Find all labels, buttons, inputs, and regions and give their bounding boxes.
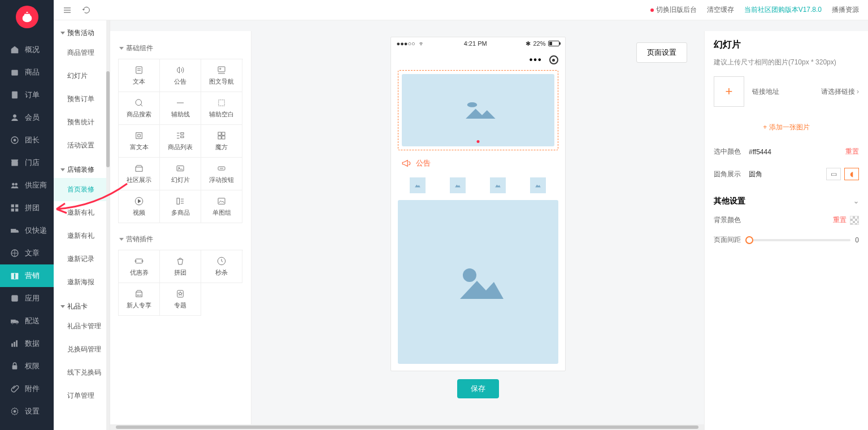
palette-item-社区展示[interactable]: 社区展示 (119, 158, 160, 190)
submenu-item-预售统计[interactable]: 预售统计 (54, 111, 110, 134)
notice-component[interactable]: 公告 (398, 155, 558, 172)
palette-item-视频[interactable]: 视频 (119, 190, 160, 223)
sidebar-item-数据[interactable]: 数据 (0, 332, 54, 355)
target-icon (549, 55, 558, 64)
sidebar-item-权限[interactable]: 权限 (0, 355, 54, 377)
sidebar-item-门店[interactable]: 门店 (0, 151, 54, 174)
palette-item-公告[interactable]: 公告 (160, 59, 201, 92)
sidebar-item-附件[interactable]: 附件 (0, 377, 54, 400)
submenu-item-活动设置[interactable]: 活动设置 (54, 134, 110, 157)
slider-component-selected[interactable] (398, 70, 558, 150)
sidebar-item-概况[interactable]: 概况 (0, 38, 54, 61)
svg-point-18 (12, 323, 14, 324)
palette-item-专题[interactable]: 专题 (160, 283, 201, 316)
palette-item-优惠券[interactable]: 优惠券 (119, 250, 160, 283)
palette-item-商品搜索[interactable]: 商品搜索 (119, 92, 160, 125)
sidebar-item-会员[interactable]: 会员 (0, 106, 54, 129)
svg-rect-1 (12, 92, 17, 98)
submenu-group-店铺装修[interactable]: 店铺装修 (54, 157, 110, 178)
collapse-tri-icon (60, 305, 65, 308)
palette-item-文本[interactable]: 文本 (119, 59, 160, 92)
sidebar-item-应用[interactable]: 应用 (0, 287, 54, 310)
palette-item-富文本[interactable]: 富文本 (119, 125, 160, 158)
sidebar-item-团长[interactable]: 团长 (0, 129, 54, 151)
svg-point-2 (13, 115, 16, 118)
image-component[interactable] (398, 200, 558, 364)
submenu-item-订单管理[interactable]: 订单管理 (54, 384, 110, 407)
submenu-item-礼品卡管理[interactable]: 礼品卡管理 (54, 315, 110, 338)
submenu-item-商品管理[interactable]: 商品管理 (54, 41, 110, 64)
nav-icon-placeholder (490, 177, 506, 193)
submenu-scrollbar[interactable] (106, 20, 110, 430)
sidebar-item-配送[interactable]: 配送 (0, 310, 54, 332)
submenu-item-预售订单[interactable]: 预售订单 (54, 88, 110, 111)
save-button[interactable]: 保存 (457, 379, 499, 398)
select-link-button[interactable]: 请选择链接 (821, 87, 859, 97)
page-setting-button[interactable]: 页面设置 (636, 42, 687, 63)
nav-icon (10, 316, 19, 325)
corner-row: 圆角展示 圆角 ▭ ◖ (714, 162, 859, 186)
submenu-item-线下兑换码[interactable]: 线下兑换码 (54, 361, 110, 384)
reset-color-button[interactable]: 重置 (845, 147, 859, 157)
submenu-item-邀新海报[interactable]: 邀新海报 (54, 271, 110, 294)
submenu-item-邀新记录[interactable]: 邀新记录 (54, 247, 110, 271)
add-image-button[interactable]: + 添加一张图片 (714, 117, 859, 141)
nav-icon (10, 45, 19, 54)
palette-item-辅助空白[interactable]: 辅助空白 (201, 92, 242, 125)
sidebar-item-仅快递[interactable]: 仅快递 (0, 219, 54, 242)
svg-point-50 (467, 102, 477, 107)
megaphone-icon (401, 158, 411, 168)
palette-item-新人专享[interactable]: NEW新人专享 (119, 283, 160, 316)
resource-link[interactable]: 播播资源 (832, 5, 859, 15)
reset-bg-button[interactable]: 重置 (833, 215, 847, 225)
sidebar-item-营销[interactable]: 营销 (0, 264, 54, 287)
sidebar-item-供应商[interactable]: 供应商 (0, 174, 54, 197)
svg-rect-21 (14, 342, 15, 346)
switch-old-backend[interactable]: 切换旧版后台 (650, 5, 697, 15)
submenu-group-礼品卡[interactable]: 礼品卡 (54, 294, 110, 315)
submenu-item-邀新有礼[interactable]: 邀新有礼 (54, 201, 110, 224)
transparent-swatch[interactable] (850, 216, 859, 225)
other-settings-header[interactable]: 其他设置⌄ (714, 196, 859, 206)
clear-cache[interactable]: 清空缓存 (707, 5, 734, 15)
svg-rect-0 (12, 70, 18, 75)
nav-icon (10, 339, 19, 348)
refresh-icon[interactable] (82, 6, 91, 15)
palette-item-幻灯片[interactable]: 幻灯片 (160, 158, 201, 190)
sidebar-item-设置[interactable]: 设置 (0, 400, 54, 423)
svg-rect-32 (181, 136, 184, 138)
submenu-group-预售活动[interactable]: 预售活动 (54, 20, 110, 41)
nav-icons-component[interactable] (391, 177, 565, 200)
palette-item-图文导航[interactable]: 图文导航 (201, 59, 242, 92)
upload-image-button[interactable]: + (714, 76, 744, 107)
submenu-item-幻灯片[interactable]: 幻灯片 (54, 64, 110, 88)
corner-square-option[interactable]: ▭ (826, 168, 841, 180)
palette-item-魔方[interactable]: 魔方 (201, 125, 242, 158)
submenu-item-首页装修[interactable]: 首页装修 (54, 178, 110, 201)
horizontal-scrollbar[interactable] (110, 424, 704, 430)
sidebar-item-拼团[interactable]: 拼团 (0, 197, 54, 219)
corner-round-option[interactable]: ◖ (844, 168, 859, 180)
menu-toggle-icon[interactable] (63, 6, 72, 15)
notice-label: 公告 (416, 158, 431, 168)
palette-item-浮动按钮[interactable]: 浮动按钮 (201, 158, 242, 190)
palette-item-商品列表[interactable]: 商品列表 (160, 125, 201, 158)
submenu-item-邀新有礼[interactable]: 邀新有礼 (54, 224, 110, 247)
basic-components-grid: 文本公告图文导航商品搜索辅助线辅助空白富文本商品列表魔方社区展示幻灯片浮动按钮视… (118, 59, 243, 223)
phone-topbar: ••• (391, 50, 565, 70)
nav-icon (10, 113, 19, 122)
nav-icon (10, 226, 19, 235)
palette-item-单图组[interactable]: 单图组 (201, 190, 242, 223)
palette-item-拼团[interactable]: 拼团 (160, 250, 201, 283)
submenu-item-兑换码管理[interactable]: 兑换码管理 (54, 338, 110, 361)
nav-icon (10, 136, 19, 145)
page-gap-slider[interactable] (745, 239, 850, 241)
sidebar-item-商品[interactable]: 商品 (0, 61, 54, 84)
sidebar-item-文章[interactable]: 文章 (0, 242, 54, 264)
palette-item-辅助线[interactable]: 辅助线 (160, 92, 201, 125)
palette-item-秒杀[interactable]: 秒杀 (201, 250, 242, 283)
nav-icon (10, 407, 19, 416)
svg-point-28 (136, 99, 142, 106)
sidebar-item-订单[interactable]: 订单 (0, 84, 54, 106)
palette-item-多商品[interactable]: 多商品 (160, 190, 201, 223)
